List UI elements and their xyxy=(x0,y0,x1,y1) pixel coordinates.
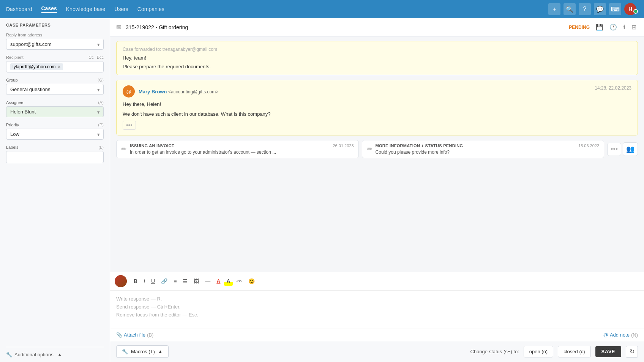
list-btn[interactable]: ☰ xyxy=(180,277,190,286)
message-body: Hey there, Helen! We don't have such a c… xyxy=(123,101,631,118)
merge-icon[interactable]: ⊞ xyxy=(630,22,638,32)
macros-label: Macros (T) xyxy=(131,349,155,354)
invoice-icon: ✏ xyxy=(121,145,127,153)
recipient-cc-bcc: Cc Bcc xyxy=(88,55,104,60)
message-time: 14:28, 22.02.2023 xyxy=(595,85,631,91)
canned-card-invoice[interactable]: ✏ ISSUING AN INVOICE 26.01.2023 In order… xyxy=(116,140,359,158)
bold-btn[interactable]: B xyxy=(131,277,140,286)
canned-card-more-info[interactable]: ✏ MORE INFORMATION + STATUS PENDING 15.0… xyxy=(362,140,605,158)
italic-btn[interactable]: I xyxy=(141,277,147,286)
at-icon: @ xyxy=(603,332,608,338)
assignee-label-text: Assignee xyxy=(6,100,23,105)
reply-from-select[interactable]: support@gifts.com xyxy=(6,39,104,50)
macros-chevron-icon: ▲ xyxy=(158,349,163,354)
chat-button[interactable]: 💬 xyxy=(594,3,606,15)
group-label: Group (G) xyxy=(6,78,104,82)
assignee-select[interactable]: Helen Blunt xyxy=(6,106,104,117)
open-status-btn[interactable]: open (o) xyxy=(524,346,553,357)
message-header: @ Mary Brown <accounting@gifts.com> 14:2… xyxy=(123,85,631,98)
priority-shortcut: (P) xyxy=(98,123,104,127)
align-btn[interactable]: ≡ xyxy=(171,277,179,286)
labels-shortcut: (L) xyxy=(99,145,104,150)
reply-from-group: Reply from address support@gifts.com xyxy=(6,33,104,50)
canned-card-2-header: MORE INFORMATION + STATUS PENDING 15.06.… xyxy=(376,143,600,148)
add-note-shortcut: (N) xyxy=(631,332,638,338)
case-header: ✉ 315-219022 - Gift ordering PENDING 💾 🕐… xyxy=(110,18,644,36)
msg2-line1: Hey there, Helen! xyxy=(123,101,631,108)
closed-status-btn[interactable]: closed (c) xyxy=(558,346,590,357)
hr-btn[interactable]: — xyxy=(203,277,213,286)
message-partial: Case forwarded to: trenaganabyer@gmail.c… xyxy=(116,41,638,75)
add-button[interactable]: ＋ xyxy=(548,3,560,15)
nav-item-cases[interactable]: Cases xyxy=(41,5,57,13)
refresh-button[interactable]: ↻ xyxy=(626,346,638,358)
canned-responses-row: ✏ ISSUING AN INVOICE 26.01.2023 In order… xyxy=(116,140,638,158)
labels-label-text: Labels xyxy=(6,145,18,150)
status-dot xyxy=(633,9,638,14)
msg1-line2: Please prepare the required documents. xyxy=(123,64,631,69)
labels-field-group: Labels (L) xyxy=(6,145,104,163)
canned-card-2-title: MORE INFORMATION + STATUS PENDING xyxy=(376,143,463,148)
editor-placeholder-line1: Write response — R. xyxy=(116,295,638,303)
canned-card-1-header: ISSUING AN INVOICE 26.01.2023 xyxy=(130,143,354,148)
nav-item-companies[interactable]: Companies xyxy=(137,6,164,12)
group-select[interactable]: General questions xyxy=(6,84,104,95)
bcc-link[interactable]: Bcc xyxy=(97,55,104,60)
help-button[interactable]: ? xyxy=(579,3,591,15)
message-more-btn[interactable]: ••• xyxy=(123,121,136,130)
assignee-field-group: Assignee (A) Helen Blunt xyxy=(6,100,104,117)
recipient-group: Recipient Cc Bcc lylaprrttt@yahoo.com ✕ xyxy=(6,55,104,72)
forwarded-info: Case forwarded to: trenaganabyer@gmail.c… xyxy=(123,47,631,52)
chevron-up-icon: ▲ xyxy=(57,352,62,357)
priority-select[interactable]: Low xyxy=(6,129,104,140)
case-title: 315-219022 - Gift ordering xyxy=(126,24,188,30)
history-icon[interactable]: 🕐 xyxy=(608,22,619,32)
editor-toolbar: B I U 🔗 ≡ ☰ 🖼 — A A </> 😊 xyxy=(110,272,644,291)
macros-button[interactable]: 🔧 Macros (T) ▲ xyxy=(116,345,169,358)
code-btn[interactable]: </> xyxy=(234,277,245,285)
priority-label-text: Priority xyxy=(6,123,19,127)
sender-name: Mary Brown xyxy=(139,89,168,94)
reply-from-label: Reply from address xyxy=(6,33,104,37)
recipient-email: lylaprrttt@yahoo.com xyxy=(13,64,56,69)
info-icon[interactable]: ℹ xyxy=(622,22,627,32)
underline-btn[interactable]: U xyxy=(149,277,157,286)
link-btn[interactable]: 🔗 xyxy=(159,277,170,286)
editor-footer: 📎 Attach file (B) @ Add note (N) xyxy=(110,329,644,341)
case-status-badge: PENDING xyxy=(569,25,590,30)
group-shortcut: (G) xyxy=(98,78,104,82)
attach-file-link[interactable]: 📎 Attach file (B) xyxy=(116,332,153,338)
additional-options[interactable]: 🔧 Additional options ▲ xyxy=(6,347,104,357)
canned-card-2-content: MORE INFORMATION + STATUS PENDING 15.06.… xyxy=(376,143,600,155)
case-header-icons: 💾 🕐 ℹ ⊞ xyxy=(594,22,638,32)
font-color-btn[interactable]: A xyxy=(214,277,223,286)
group-select-wrapper: General questions xyxy=(6,84,104,95)
emoji-btn[interactable]: 😊 xyxy=(246,277,257,286)
email-icon: ✉ xyxy=(116,24,121,31)
recipient-label-text: Recipient xyxy=(6,55,24,60)
font-highlight-btn[interactable]: A xyxy=(224,277,232,286)
labels-input[interactable] xyxy=(6,151,104,163)
keyboard-button[interactable]: ⌨ xyxy=(609,3,621,15)
nav-item-users[interactable]: Users xyxy=(114,6,128,12)
canned-more-btn[interactable]: ••• xyxy=(607,143,621,156)
bottom-bar: 🔧 Macros (T) ▲ Change status (s+) to: op… xyxy=(110,341,644,362)
editor-section: B I U 🔗 ≡ ☰ 🖼 — A A </> 😊 Write response… xyxy=(110,272,644,341)
canned-card-1-body: In order to get an invoice go to your ad… xyxy=(130,150,354,155)
canned-card-1-date: 26.01.2023 xyxy=(333,143,354,148)
save-button[interactable]: SAVE xyxy=(595,346,621,357)
search-button[interactable]: 🔍 xyxy=(564,3,576,15)
recipient-remove-btn[interactable]: ✕ xyxy=(57,65,61,69)
editor-body[interactable]: Write response — R. Send response — Ctrl… xyxy=(110,291,644,329)
cc-link[interactable]: Cc xyxy=(88,55,93,60)
message-sender: @ Mary Brown <accounting@gifts.com> xyxy=(123,85,218,98)
nav-item-dashboard[interactable]: Dashboard xyxy=(6,6,32,12)
case-params-title: CASE PARAMETERS xyxy=(6,23,104,27)
image-btn[interactable]: 🖼 xyxy=(191,277,201,286)
top-navigation: Dashboard Cases Knowledge base Users Com… xyxy=(0,0,644,18)
nav-item-knowledge-base[interactable]: Knowledge base xyxy=(66,6,106,12)
canned-users-btn[interactable]: 👥 xyxy=(623,142,638,156)
save-icon[interactable]: 💾 xyxy=(594,22,605,32)
msg1-line1: Hey, team! xyxy=(123,55,631,61)
add-note-link[interactable]: @ Add note (N) xyxy=(603,332,638,338)
